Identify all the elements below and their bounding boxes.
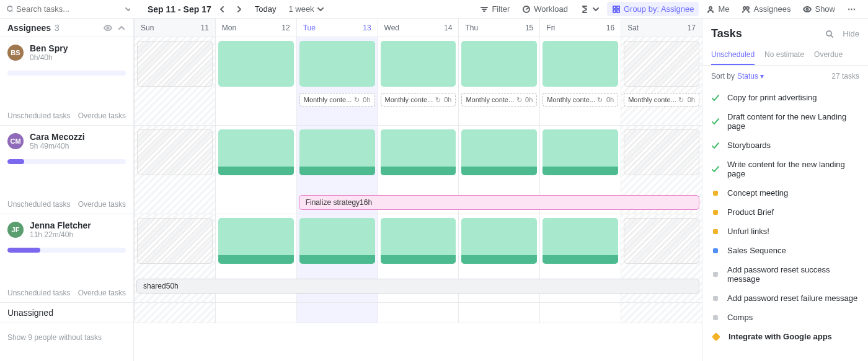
task-item[interactable]: Write content for the new landing page	[711, 155, 859, 183]
hide-button[interactable]: Hide	[843, 29, 859, 38]
tab-unscheduled[interactable]: Unscheduled	[711, 45, 755, 65]
assignee-card[interactable]: BS Ben Spry 0h/40h Unscheduled tasks Ove…	[0, 37, 133, 126]
workload-block[interactable]	[218, 129, 294, 175]
unscheduled-link[interactable]: Unscheduled tasks	[7, 200, 70, 209]
progress-bar	[7, 159, 126, 164]
day-cell[interactable]	[458, 303, 539, 323]
day-cell[interactable]	[539, 303, 621, 323]
task-chip[interactable]: Monthly conte...↻0h	[461, 93, 537, 107]
show-button[interactable]: Show	[798, 2, 840, 16]
workload-block[interactable]	[461, 218, 537, 264]
workload-block[interactable]	[299, 218, 375, 264]
check-icon	[711, 94, 720, 102]
search-icon[interactable]	[825, 30, 834, 38]
task-bar-finalize[interactable]: Finalize strategy16h	[299, 195, 699, 210]
overdue-link[interactable]: Overdue tasks	[78, 200, 126, 209]
workload-block[interactable]	[381, 129, 456, 175]
status-square	[713, 296, 718, 301]
collapse-icon[interactable]	[117, 24, 126, 32]
day-cell[interactable]	[215, 37, 296, 125]
prev-week-icon[interactable]	[218, 5, 226, 14]
assignees-button[interactable]: Assignees	[737, 2, 795, 16]
chevron-down-icon[interactable]	[124, 5, 130, 14]
range-select[interactable]: 1 week	[288, 4, 324, 14]
day-cell[interactable]	[134, 303, 215, 323]
assignee-card[interactable]: CM Cara Mecozzi 5h 49m/40h Unscheduled t…	[0, 126, 133, 214]
task-item[interactable]: Draft content for the new Landing page	[711, 107, 859, 136]
me-button[interactable]: Me	[701, 2, 734, 16]
task-chip[interactable]: Monthly conte...↻0h	[624, 93, 699, 107]
task-item[interactable]: Integrate with Google apps	[711, 327, 859, 346]
sort-value[interactable]: Status ▾	[737, 72, 764, 80]
unscheduled-link[interactable]: Unscheduled tasks	[7, 289, 70, 297]
task-item[interactable]: Unfurl links!	[711, 222, 859, 241]
status-square	[713, 315, 718, 320]
workload-block[interactable]	[381, 41, 456, 87]
day-cell[interactable]	[134, 37, 215, 125]
filter-button[interactable]: Filter	[475, 2, 515, 16]
task-item[interactable]: Concept meeting	[711, 183, 859, 202]
workload-block[interactable]	[542, 218, 618, 264]
workload-block[interactable]	[542, 129, 618, 175]
svg-line-1	[12, 11, 12, 12]
search-wrap[interactable]	[6, 4, 130, 14]
day-cell[interactable]: Monthly conte...↻0h	[296, 37, 378, 125]
weekend-block	[137, 41, 213, 87]
task-item[interactable]: Add password reset failure message	[711, 289, 859, 308]
workload-block[interactable]	[381, 218, 456, 264]
task-chip[interactable]: Monthly conte...↻0h	[299, 93, 375, 107]
task-chip[interactable]: Monthly conte...↻0h	[542, 93, 618, 107]
task-bar-shared[interactable]: shared50h	[136, 279, 699, 294]
workload-block[interactable]	[461, 129, 537, 175]
hourglass-icon	[580, 5, 589, 14]
workload-block[interactable]	[218, 218, 294, 264]
tab-overdue[interactable]: Overdue	[814, 45, 843, 65]
day-cell[interactable]	[134, 126, 215, 214]
overdue-link[interactable]: Overdue tasks	[78, 289, 126, 297]
person-icon	[706, 5, 715, 14]
unscheduled-link[interactable]: Unscheduled tasks	[7, 111, 70, 120]
workload-block[interactable]	[461, 41, 537, 87]
workload-block[interactable]	[542, 41, 618, 87]
day-cell[interactable]	[215, 126, 296, 214]
eye-icon[interactable]	[104, 24, 112, 32]
day-cell[interactable]	[215, 303, 296, 323]
overdue-link[interactable]: Overdue tasks	[78, 111, 126, 120]
hourglass-button[interactable]	[575, 2, 604, 16]
svg-point-14	[807, 8, 808, 10]
day-cell[interactable]: Monthly conte...↻0h	[378, 37, 459, 125]
workload-button[interactable]: Workload	[517, 2, 573, 16]
next-week-icon[interactable]	[235, 5, 244, 14]
task-item[interactable]: Add password reset success message	[711, 260, 859, 289]
unassigned-row[interactable]: Unassigned	[0, 303, 133, 323]
more-menu[interactable]: ⋯	[843, 2, 862, 16]
workload-block[interactable]	[218, 41, 294, 87]
task-item[interactable]: Sales Sequence	[711, 241, 859, 260]
show-people-link[interactable]: Show 9 people without tasks	[0, 323, 133, 352]
task-label: Add password reset success message	[727, 265, 859, 284]
tab-noestimate[interactable]: No estimate	[764, 45, 804, 65]
day-cell[interactable]	[378, 303, 459, 323]
task-chip[interactable]: Monthly conte...↻0h	[381, 93, 456, 107]
task-item[interactable]: Copy for print advertising	[711, 88, 859, 107]
weekend-block	[137, 129, 213, 175]
day-cell[interactable]	[621, 303, 702, 323]
day-cell[interactable]: Monthly conte...↻0h	[458, 37, 539, 125]
today-button[interactable]: Today	[255, 4, 277, 14]
day-cell[interactable]: Monthly conte...↻0h	[621, 37, 702, 125]
task-item[interactable]: Product Brief	[711, 202, 859, 222]
search-input[interactable]	[16, 4, 120, 14]
assignee-hours: 5h 49m/40h	[30, 142, 85, 150]
task-item[interactable]: Storyboards	[711, 136, 859, 155]
svg-point-13	[746, 7, 749, 9]
task-item[interactable]: Comps	[711, 308, 859, 327]
day-header: Sat17	[621, 19, 702, 37]
workload-block[interactable]	[299, 129, 375, 175]
assignee-card[interactable]: JF Jenna Fletcher 11h 22m/40h Unschedule…	[0, 214, 133, 303]
workload-block[interactable]	[299, 41, 375, 87]
svg-rect-7	[613, 6, 616, 9]
day-cell[interactable]: Monthly conte...↻0h	[539, 37, 621, 125]
svg-point-12	[743, 7, 746, 9]
day-cell[interactable]	[296, 303, 378, 323]
groupby-button[interactable]: Group by: Assignee	[607, 2, 699, 16]
